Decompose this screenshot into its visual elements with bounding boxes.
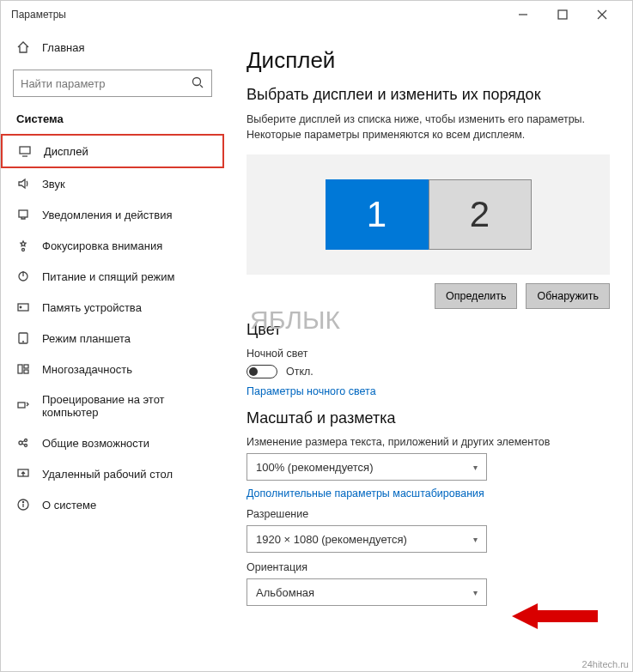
search-input[interactable]: Найти параметр bbox=[13, 70, 212, 97]
annotation-arrow bbox=[512, 599, 598, 633]
sidebar-item-label: Дисплей bbox=[44, 145, 88, 158]
minimize-icon bbox=[516, 8, 530, 21]
arrange-heading: Выбрать дисплеи и изменить их порядок bbox=[247, 86, 610, 104]
svg-rect-17 bbox=[24, 365, 28, 368]
svg-line-23 bbox=[22, 441, 26, 443]
svg-line-5 bbox=[200, 85, 203, 88]
svg-rect-8 bbox=[19, 210, 27, 217]
power-icon bbox=[16, 269, 30, 283]
chevron-down-icon: ▾ bbox=[473, 588, 478, 597]
resolution-dropdown[interactable]: 1920 × 1080 (рекомендуется) ▾ bbox=[247, 525, 487, 553]
sidebar-item-projecting[interactable]: Проецирование на этот компьютер bbox=[1, 384, 224, 427]
orientation-value: Альбомная bbox=[256, 586, 314, 599]
watermark-corner: 24hitech.ru bbox=[582, 659, 629, 669]
content-pane: Дисплей Выбрать дисплеи и изменить их по… bbox=[224, 28, 632, 671]
night-light-toggle[interactable] bbox=[247, 365, 277, 378]
svg-rect-1 bbox=[558, 10, 567, 19]
resolution-value: 1920 × 1080 (рекомендуется) bbox=[256, 533, 407, 546]
window-title: Параметры bbox=[11, 9, 66, 21]
notifications-icon bbox=[16, 208, 30, 221]
sidebar-item-label: Звук bbox=[42, 178, 65, 191]
svg-point-28 bbox=[22, 501, 23, 502]
scale-dropdown[interactable]: 100% (рекомендуется) ▾ bbox=[247, 453, 487, 481]
display-arrangement[interactable]: 1 2 bbox=[247, 154, 610, 275]
tablet-icon bbox=[16, 331, 30, 345]
sidebar-item-remote-desktop[interactable]: Удаленный рабочий стол bbox=[1, 458, 224, 489]
sidebar-item-sound[interactable]: Звук bbox=[1, 168, 224, 199]
advanced-scaling-link[interactable]: Дополнительные параметры масштабирования bbox=[247, 487, 610, 499]
sidebar-item-label: Фокусировка внимания bbox=[42, 239, 162, 252]
sidebar-item-about[interactable]: О системе bbox=[1, 489, 224, 520]
orientation-dropdown[interactable]: Альбомная ▾ bbox=[247, 578, 487, 606]
maximize-icon bbox=[556, 8, 569, 21]
sidebar-item-label: О системе bbox=[42, 499, 96, 512]
sound-icon bbox=[16, 177, 30, 191]
svg-point-4 bbox=[193, 77, 201, 85]
scale-heading: Масштаб и разметка bbox=[247, 409, 610, 427]
svg-rect-19 bbox=[18, 403, 25, 408]
sidebar-item-notifications[interactable]: Уведомления и действия bbox=[1, 199, 224, 230]
home-label: Главная bbox=[42, 41, 84, 54]
multitasking-icon bbox=[16, 362, 30, 376]
sidebar-item-label: Режим планшета bbox=[42, 332, 131, 345]
titlebar: Параметры bbox=[1, 1, 632, 28]
sidebar-item-label: Память устройства bbox=[42, 301, 142, 314]
display-icon bbox=[18, 144, 32, 158]
sidebar-item-label: Питание и спящий режим bbox=[42, 270, 174, 283]
projecting-icon bbox=[16, 399, 30, 413]
night-light-settings-link[interactable]: Параметры ночного света bbox=[247, 385, 610, 397]
monitor-1[interactable]: 1 bbox=[326, 179, 429, 250]
sidebar-section-title: Система bbox=[1, 107, 224, 134]
detect-button[interactable]: Обнаружить bbox=[526, 283, 610, 309]
sidebar: Главная Найти параметр Система ДисплейЗв… bbox=[1, 28, 224, 671]
sidebar-item-power[interactable]: Питание и спящий режим bbox=[1, 261, 224, 292]
night-light-state: Откл. bbox=[286, 366, 313, 378]
identify-button[interactable]: Определить bbox=[435, 283, 517, 309]
close-icon bbox=[595, 8, 609, 21]
settings-window: Параметры Главная Найти параметр bbox=[0, 0, 633, 672]
sidebar-item-tablet[interactable]: Режим планшета bbox=[1, 323, 224, 354]
color-heading: Цвет bbox=[247, 321, 610, 339]
shared-experiences-icon bbox=[16, 436, 30, 450]
minimize-button[interactable] bbox=[503, 1, 543, 28]
chevron-down-icon: ▾ bbox=[473, 535, 478, 544]
sidebar-item-display[interactable]: Дисплей bbox=[1, 134, 224, 168]
search-icon bbox=[191, 76, 204, 92]
resolution-label: Разрешение bbox=[247, 508, 610, 520]
sidebar-item-multitasking[interactable]: Многозадачность bbox=[1, 354, 224, 384]
sidebar-item-label: Многозадачность bbox=[42, 363, 132, 376]
sidebar-item-label: Удаленный рабочий стол bbox=[42, 468, 173, 481]
sidebar-item-label: Уведомления и действия bbox=[42, 209, 173, 221]
svg-point-13 bbox=[20, 306, 21, 308]
svg-rect-16 bbox=[18, 365, 22, 373]
maximize-button[interactable] bbox=[543, 1, 582, 28]
svg-line-24 bbox=[22, 444, 26, 445]
sidebar-item-label: Проецирование на этот компьютер bbox=[42, 393, 209, 419]
page-title: Дисплей bbox=[247, 47, 610, 74]
chevron-down-icon: ▾ bbox=[473, 463, 478, 472]
close-button[interactable] bbox=[582, 1, 622, 28]
home-icon bbox=[16, 40, 30, 54]
focus-assist-icon bbox=[16, 239, 30, 252]
sidebar-item-shared-experiences[interactable]: Общие возможности bbox=[1, 427, 224, 458]
remote-desktop-icon bbox=[16, 467, 30, 481]
arrange-description: Выберите дисплей из списка ниже, чтобы и… bbox=[247, 112, 610, 142]
svg-rect-18 bbox=[24, 370, 28, 373]
night-light-label: Ночной свет bbox=[247, 348, 610, 360]
monitor-2[interactable]: 2 bbox=[429, 179, 532, 250]
toggle-knob bbox=[249, 367, 258, 376]
svg-rect-6 bbox=[20, 147, 30, 154]
about-icon bbox=[16, 498, 30, 512]
orientation-label: Ориентация bbox=[247, 561, 610, 573]
sidebar-item-label: Общие возможности bbox=[42, 437, 149, 450]
scale-value: 100% (рекомендуется) bbox=[256, 461, 373, 474]
sidebar-item-focus-assist[interactable]: Фокусировка внимания bbox=[1, 230, 224, 261]
home-nav[interactable]: Главная bbox=[1, 32, 224, 63]
svg-point-9 bbox=[22, 249, 25, 251]
scale-label: Изменение размера текста, приложений и д… bbox=[247, 436, 610, 448]
storage-icon bbox=[16, 300, 30, 314]
search-placeholder: Найти параметр bbox=[21, 77, 105, 90]
svg-marker-29 bbox=[512, 603, 598, 629]
sidebar-item-storage[interactable]: Память устройства bbox=[1, 292, 224, 323]
